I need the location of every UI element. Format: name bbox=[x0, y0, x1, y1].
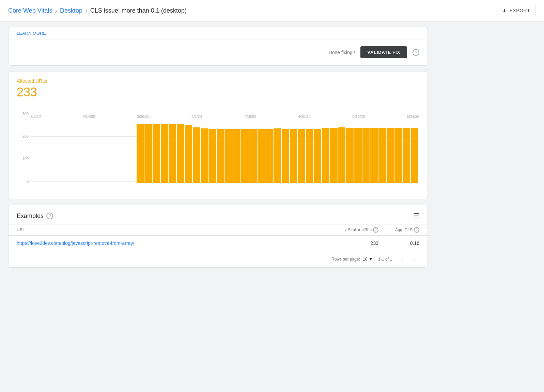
main-content: LEARN MORE Done fixing? VALIDATE FIX ? A… bbox=[0, 21, 436, 279]
bar-33 bbox=[298, 129, 305, 183]
page-nav: ‹ › bbox=[398, 254, 419, 264]
bar-36 bbox=[322, 128, 329, 183]
bar-27 bbox=[249, 129, 257, 183]
rows-per-page: Rows per page: 10 ▼ bbox=[331, 257, 373, 262]
pagination: Rows per page: 10 ▼ 1-1 of 1 ‹ › bbox=[9, 251, 428, 267]
bar-37 bbox=[330, 128, 338, 183]
y-label-300: 300 bbox=[17, 112, 29, 116]
examples-table-body: https://love2dev.com/blog/javascript-rem… bbox=[9, 236, 428, 251]
y-label-0: 0 bbox=[17, 179, 29, 183]
bar-46 bbox=[403, 128, 410, 183]
examples-title-group: Examples ? bbox=[17, 213, 53, 220]
cell-similar-count: 233 bbox=[324, 240, 378, 246]
bar-23 bbox=[217, 129, 224, 183]
col-header-similar[interactable]: ↓ Similar URLs ? bbox=[324, 227, 378, 233]
export-button[interactable]: ⬇ EXPORT bbox=[497, 5, 536, 16]
breadcrumb-item-1[interactable]: Core Web Vitals bbox=[8, 7, 52, 14]
prev-page-button[interactable]: ‹ bbox=[398, 254, 407, 264]
breadcrumb-item-2[interactable]: Desktop bbox=[60, 7, 82, 14]
page-info: 1-1 of 1 bbox=[378, 257, 392, 262]
bar-40 bbox=[354, 128, 362, 183]
validate-help-icon[interactable]: ? bbox=[413, 49, 419, 56]
table-header: URL ↓ Similar URLs ? Agg. CLS ? bbox=[9, 224, 428, 236]
validate-card: LEARN MORE Done fixing? VALIDATE FIX ? bbox=[8, 27, 428, 66]
examples-title: Examples bbox=[17, 213, 44, 220]
bar-16 bbox=[161, 124, 168, 183]
bar-17 bbox=[169, 124, 176, 183]
affected-urls-count: 233 bbox=[17, 85, 419, 99]
breadcrumb: Core Web Vitals › Desktop › CLS issue: m… bbox=[8, 7, 187, 15]
bar-21 bbox=[201, 128, 208, 183]
rows-per-page-label: Rows per page: bbox=[331, 257, 360, 262]
bar-38 bbox=[338, 127, 346, 184]
bar-41 bbox=[362, 128, 370, 183]
filter-icon[interactable]: ☰ bbox=[413, 212, 419, 220]
sort-down-icon: ↓ bbox=[344, 228, 346, 232]
bar-29 bbox=[265, 129, 273, 183]
col-similar-label: Similar URLs bbox=[348, 228, 372, 232]
breadcrumb-sep-1: › bbox=[55, 7, 57, 15]
rpp-chevron-icon: ▼ bbox=[369, 257, 373, 262]
affected-urls-section: Affected URLs 233 bbox=[9, 72, 428, 99]
validate-fix-button[interactable]: VALIDATE FIX bbox=[360, 46, 407, 58]
bar-47 bbox=[411, 128, 418, 183]
rows-per-page-select[interactable]: 10 ▼ bbox=[363, 257, 373, 262]
examples-header: Examples ? ☰ bbox=[9, 205, 428, 224]
bar-14 bbox=[144, 124, 152, 183]
bar-45 bbox=[394, 128, 402, 183]
bar-20 bbox=[193, 127, 200, 183]
header: Core Web Vitals › Desktop › CLS issue: m… bbox=[0, 0, 544, 21]
bar-19 bbox=[185, 125, 192, 183]
learn-more-link[interactable]: LEARN MORE bbox=[17, 31, 46, 36]
bar-39 bbox=[346, 128, 354, 183]
bar-42 bbox=[370, 128, 378, 183]
done-fixing-label: Done fixing? bbox=[329, 50, 355, 55]
col-agg-label: Agg. CLS bbox=[395, 228, 413, 232]
y-label-100: 100 bbox=[17, 157, 29, 161]
cell-agg-cls: 0.16 bbox=[378, 240, 419, 246]
bar-30 bbox=[274, 128, 281, 183]
bar-15 bbox=[153, 124, 160, 183]
affected-urls-card: Affected URLs 233 300 200 100 bbox=[8, 71, 428, 199]
bar-13 bbox=[137, 124, 144, 183]
table-row[interactable]: https://love2dev.com/blog/javascript-rem… bbox=[9, 236, 428, 251]
examples-card: Examples ? ☰ URL ↓ Similar URLs ? Agg. C… bbox=[8, 205, 428, 268]
y-label-200: 200 bbox=[17, 134, 29, 138]
bars-area bbox=[30, 112, 419, 183]
agg-help-icon[interactable]: ? bbox=[414, 227, 419, 233]
chart-container: 300 200 100 0 bbox=[9, 105, 428, 193]
bar-35 bbox=[314, 129, 322, 183]
bar-26 bbox=[241, 129, 249, 183]
breadcrumb-item-3: CLS issue: more than 0.1 (desktop) bbox=[90, 7, 187, 14]
cell-url[interactable]: https://love2dev.com/blog/javascript-rem… bbox=[17, 240, 324, 246]
export-label: EXPORT bbox=[510, 8, 530, 13]
next-page-button[interactable]: › bbox=[410, 254, 419, 264]
bar-28 bbox=[258, 129, 265, 183]
bar-24 bbox=[225, 129, 233, 183]
bar-43 bbox=[378, 128, 386, 183]
affected-urls-label: Affected URLs bbox=[17, 78, 419, 84]
bar-25 bbox=[233, 129, 241, 183]
col-header-agg: Agg. CLS ? bbox=[378, 227, 419, 233]
bar-32 bbox=[290, 129, 297, 183]
col-header-url: URL bbox=[17, 228, 324, 232]
bar-18 bbox=[177, 124, 184, 183]
bar-22 bbox=[209, 129, 217, 183]
rows-per-page-value: 10 bbox=[363, 257, 367, 262]
validate-section: Done fixing? VALIDATE FIX ? bbox=[9, 40, 428, 65]
similar-help-icon[interactable]: ? bbox=[373, 227, 378, 233]
export-icon: ⬇ bbox=[502, 8, 507, 13]
breadcrumb-sep-2: › bbox=[85, 7, 88, 15]
bar-31 bbox=[282, 129, 289, 183]
bar-34 bbox=[306, 129, 313, 183]
chart-area: 300 200 100 0 bbox=[30, 112, 419, 193]
examples-help-icon[interactable]: ? bbox=[46, 213, 53, 219]
bar-44 bbox=[387, 128, 394, 183]
